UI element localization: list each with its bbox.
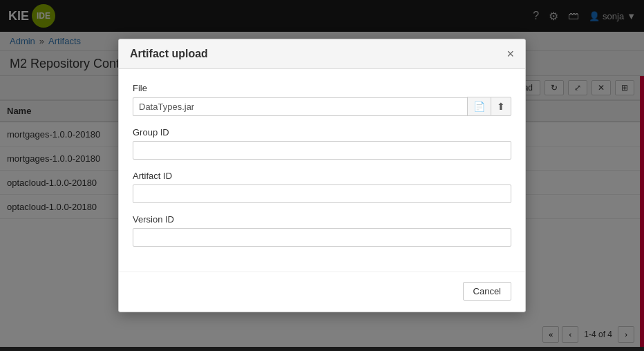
- file-input[interactable]: [133, 97, 467, 116]
- file-doc-button[interactable]: 📄: [467, 97, 491, 116]
- artifact-id-label: Artifact ID: [133, 171, 511, 181]
- artifact-id-input[interactable]: [133, 184, 511, 203]
- modal-title: Artifact upload: [130, 48, 208, 60]
- cancel-button[interactable]: Cancel: [463, 282, 511, 301]
- artifact-id-group: Artifact ID: [133, 171, 511, 203]
- file-input-group: 📄 ⬆: [133, 97, 511, 116]
- version-id-label: Version ID: [133, 214, 511, 225]
- group-id-input[interactable]: [133, 141, 511, 160]
- modal-close-button[interactable]: ×: [506, 48, 514, 60]
- file-upload-button[interactable]: ⬆: [491, 97, 511, 116]
- modal-overlay: Artifact upload × File 📄 ⬆ Group ID Arti…: [0, 0, 644, 351]
- modal-footer: Cancel: [119, 272, 525, 312]
- artifact-upload-modal: Artifact upload × File 📄 ⬆ Group ID Arti…: [118, 39, 526, 312]
- file-label: File: [133, 83, 511, 93]
- modal-header: Artifact upload ×: [119, 39, 525, 69]
- version-id-input[interactable]: [133, 228, 511, 247]
- modal-body: File 📄 ⬆ Group ID Artifact ID Version ID: [119, 69, 525, 265]
- group-id-label: Group ID: [133, 127, 511, 137]
- version-id-group: Version ID: [133, 214, 511, 247]
- file-group: File 📄 ⬆: [133, 83, 511, 116]
- group-id-group: Group ID: [133, 127, 511, 160]
